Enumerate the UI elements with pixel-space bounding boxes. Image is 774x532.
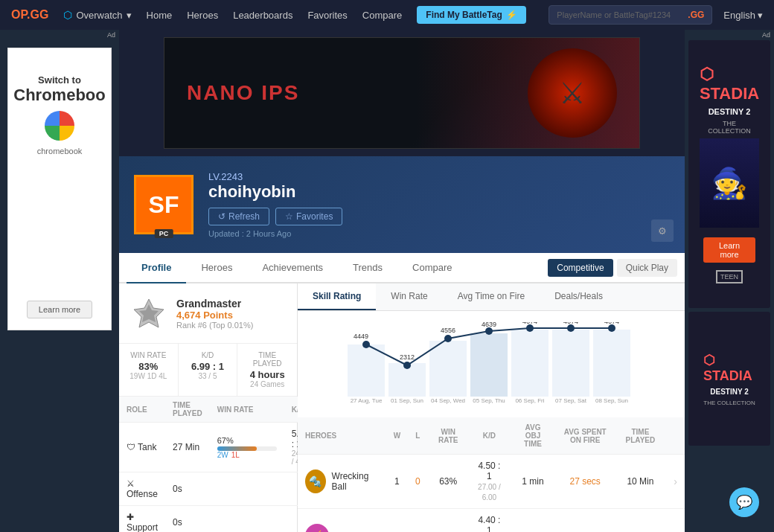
svg-text:4674: 4674 — [604, 322, 619, 325]
ad-marker-left: Ad — [0, 30, 119, 40]
svg-text:27 Aug, Tue: 27 Aug, Tue — [351, 397, 383, 404]
winrate-header: Win Rate — [210, 397, 284, 423]
nav-compare[interactable]: Compare — [362, 10, 402, 21]
rank-section: Grandmaster 4,674 Points Rank #6 (Top 0.… — [119, 283, 297, 344]
tank-icon: 🛡 — [127, 442, 135, 452]
svg-rect-5 — [470, 333, 508, 397]
destiny-sub-top: THE COLLECTION — [703, 120, 755, 135]
learn-more-stadia-button[interactable]: Learn more — [703, 237, 755, 263]
detail-cell[interactable]: › — [666, 509, 685, 533]
kd-cell: 4.40 : 122.00 / 5.00 — [469, 509, 511, 533]
left-ad-column: Ad Switch to Chromeboo chromebook Learn … — [0, 30, 119, 532]
svg-point-14 — [567, 324, 575, 332]
stats-grid: Win Rate 83% 19W 1D 4L K/D 6.99 : 1 33 /… — [119, 344, 297, 397]
tab-trends[interactable]: Trends — [338, 253, 397, 283]
role-table: Role Time Played Win Rate K/D 🛡 Tank 27 … — [119, 397, 316, 532]
time-played-sub: 24 Games — [246, 380, 288, 388]
wins-count: 2W — [217, 451, 228, 459]
hero-table: Heroes W L Win Rate K/D Avg Obj Time Avg… — [298, 417, 685, 532]
chart-area: 4449 2312 4556 4639 4674 4674 4674 27 Au… — [298, 311, 685, 417]
svg-text:01 Sep, Sun: 01 Sep, Sun — [391, 397, 423, 404]
kd-cell: 4.50 : 127.00 / 6.00 — [469, 455, 511, 509]
refresh-button[interactable]: ↺ Refresh — [208, 208, 269, 225]
chevron-right-icon: › — [674, 475, 677, 487]
main-layout: Ad Switch to Chromeboo chromebook Learn … — [0, 30, 774, 532]
banner-hero-icon: ⚔ — [528, 48, 617, 138]
settings-button[interactable]: ⚙ — [651, 219, 674, 242]
top-nav: OP.GG ⬡ Overwatch ▾ Home Heroes Leaderbo… — [0, 0, 774, 30]
chromebook-sub: chromebook — [13, 147, 105, 156]
competitive-mode-button[interactable]: Competitive — [548, 259, 613, 277]
timeplayed-cell: 10 Min — [615, 455, 667, 509]
search-box[interactable]: PlayerName or BattleTag#1234 .GG — [548, 5, 712, 25]
svg-text:07 Sep, Sat: 07 Sep, Sat — [555, 397, 587, 404]
winrate-cell: 0% — [428, 509, 469, 533]
win-rate-cell: Win Rate 83% 19W 1D 4L — [119, 344, 179, 396]
svg-text:06 Sep, Fri: 06 Sep, Fri — [515, 397, 544, 404]
top-banner-ad: NANO IPS ⚔ — [119, 30, 685, 156]
rank-info: Grandmaster 4,674 Points Rank #6 (Top 0.… — [176, 298, 253, 330]
svg-point-12 — [485, 327, 493, 335]
profile-tabs: Profile Heroes Achievements Trends Compa… — [119, 253, 685, 283]
timeplayed-cell: 6 Min — [615, 509, 667, 533]
tabs-left: Profile Heroes Achievements Trends Compa… — [127, 253, 467, 282]
tab-compare[interactable]: Compare — [397, 253, 467, 283]
profile-level: LV.2243 — [208, 171, 670, 182]
losses-cell: 1 — [408, 509, 428, 533]
destiny-hero-image: 🧙 — [700, 138, 759, 228]
chromebook-brand: Chromeboo — [13, 86, 105, 105]
winrate-cell — [210, 472, 284, 506]
gear-icon: ⚙ — [658, 225, 667, 237]
table-row: ✚ Support 0s — [119, 506, 316, 533]
chevron-down-icon: ▾ — [127, 10, 132, 21]
time-header: Time Played — [165, 397, 210, 423]
wins-header: W — [386, 417, 408, 455]
heroes-header: Heroes — [298, 417, 386, 455]
svg-text:4674: 4674 — [522, 322, 537, 325]
wins-cell: 1 — [386, 455, 408, 509]
detail-cell[interactable]: › — [666, 455, 685, 509]
avg-fire-tab[interactable]: Avg Time on Fire — [443, 283, 540, 310]
tab-profile[interactable]: Profile — [127, 253, 186, 283]
nav-favorites[interactable]: Favorites — [307, 10, 347, 21]
rank-name: Grandmaster — [176, 298, 253, 310]
star-icon: ☆ — [285, 211, 293, 222]
profile-actions: ↺ Refresh ☆ Favorites — [208, 208, 670, 225]
svg-text:4639: 4639 — [482, 322, 496, 328]
nav-leaderboards[interactable]: Leaderboards — [233, 10, 292, 21]
skill-rating-tab[interactable]: Skill Rating — [298, 283, 376, 310]
zarya-avatar: ⚡ — [305, 524, 329, 532]
stadia-logo-bottom: ⬡ STADIA — [703, 352, 755, 384]
nav-heroes[interactable]: Heroes — [187, 10, 218, 21]
find-battletag-button[interactable]: Find My BattleTag ⚡ — [417, 6, 525, 24]
ad-marker-right: Ad — [685, 30, 774, 40]
svg-rect-6 — [511, 330, 548, 397]
kd-label: K/D — [188, 351, 228, 359]
svg-rect-4 — [429, 341, 467, 397]
hero-row: 🔩 Wrecking Ball — [305, 469, 379, 493]
wins-cell: 0 — [386, 509, 408, 533]
svg-text:4556: 4556 — [441, 327, 455, 334]
platform-badge: PC — [155, 229, 173, 238]
learn-more-button[interactable]: Learn more — [27, 301, 92, 318]
chevron-down-icon: ▾ — [758, 10, 763, 21]
deals-heals-tab[interactable]: Deals/Heals — [540, 283, 618, 310]
favorites-button[interactable]: ☆ Favorites — [275, 208, 342, 225]
help-chat-button[interactable]: 💬 — [729, 487, 759, 517]
game-selector[interactable]: ⬡ Overwatch ▾ — [63, 9, 131, 21]
kd-value: 6.99 : 1 — [188, 361, 228, 372]
quickplay-mode-button[interactable]: Quick Play — [617, 259, 677, 277]
language-selector[interactable]: English ▾ — [723, 10, 763, 21]
support-icon: ✚ — [127, 512, 134, 522]
nav-home[interactable]: Home — [147, 10, 173, 21]
tab-heroes[interactable]: Heroes — [186, 253, 247, 283]
language-label: English — [723, 10, 755, 21]
svg-text:05 Sep, Thu: 05 Sep, Thu — [473, 397, 505, 404]
role-cell: ⚔ Offense — [119, 472, 165, 506]
right-stats-panel: Skill Rating Win Rate Avg Time on Fire D… — [298, 283, 685, 532]
svg-text:04 Sep, Wed: 04 Sep, Wed — [431, 397, 465, 404]
win-rate-tab[interactable]: Win Rate — [376, 283, 442, 310]
tab-achievements[interactable]: Achievements — [247, 253, 338, 283]
site-logo[interactable]: OP.GG — [11, 8, 48, 22]
time-played-label: Time Played — [246, 351, 288, 368]
